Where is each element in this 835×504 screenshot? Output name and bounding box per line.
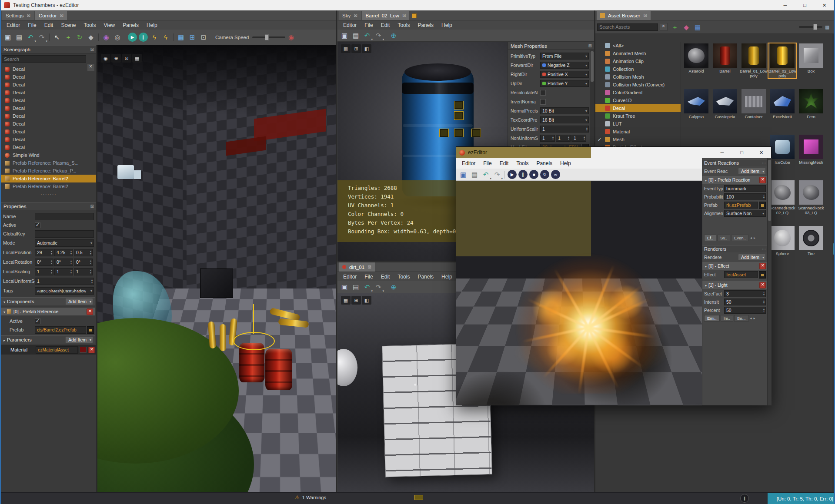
percent-spinbox[interactable]: 50 xyxy=(724,307,766,314)
restart-icon[interactable]: ↻ xyxy=(540,170,549,179)
camera-icon[interactable]: ◉ xyxy=(101,54,110,63)
undo-icon[interactable]: ↶▾ xyxy=(480,169,491,180)
gizmo-handle[interactable] xyxy=(439,129,449,137)
event-reaction-group-header[interactable]: [0] - Prefab Reaction xyxy=(702,176,768,184)
maximize-button[interactable]: □ xyxy=(795,0,815,10)
tab-scroll-left-icon[interactable]: ◂ xyxy=(750,316,752,320)
sizefact-spinbox[interactable]: 3 xyxy=(724,290,766,297)
menu-item-view[interactable]: View xyxy=(100,21,119,30)
selection-gizmo[interactable] xyxy=(233,332,275,350)
simulate-speed-icon[interactable]: ϟ xyxy=(160,32,171,43)
expand-icon[interactable] xyxy=(3,309,7,314)
slider-handle[interactable] xyxy=(813,24,817,30)
menu-item-help[interactable]: Help xyxy=(556,159,575,168)
particle-editor-window[interactable]: ezEditor ─ □ ✕ EditorFileEditToolsPanels… xyxy=(456,146,772,405)
scrollbar[interactable] xyxy=(590,50,594,157)
active-checkbox[interactable] xyxy=(35,222,40,228)
view-mode-icon[interactable]: ▦ xyxy=(341,44,351,53)
scenegraph-item[interactable]: Prefab Reference: Barrel2 xyxy=(1,182,97,190)
tab-scroll-left-icon[interactable]: ◂ xyxy=(750,236,752,240)
scenegraph-item[interactable]: Decal xyxy=(1,73,97,81)
menu-item-panels[interactable]: Panels xyxy=(119,21,143,30)
remove-event-reaction-button[interactable] xyxy=(759,177,766,183)
minimize-button[interactable]: ─ xyxy=(775,0,795,10)
localposition-x-spinbox[interactable]: 29 xyxy=(35,249,53,256)
menu-item-edit[interactable]: Edit xyxy=(377,21,394,30)
menu-item-help[interactable]: Help xyxy=(143,21,161,30)
close-tab-icon[interactable] xyxy=(354,13,357,18)
menu-item-file[interactable]: File xyxy=(361,21,377,30)
copy-icon[interactable]: ▤ xyxy=(13,32,25,43)
selection-gizmo-axis[interactable] xyxy=(253,304,254,334)
asset-thumbnail-excelsiorii[interactable]: ExcelsiorII xyxy=(768,89,796,119)
asset-thumbnail-calypso[interactable]: Calypso xyxy=(682,89,710,119)
normalprecis-dropdown[interactable]: 10 Bit xyxy=(540,107,589,114)
undo-icon[interactable]: ↶▾ xyxy=(361,30,373,41)
globalkey-input[interactable] xyxy=(35,230,94,238)
scenegraph-search-input[interactable]: Search xyxy=(2,55,86,63)
expand-icon[interactable] xyxy=(3,299,7,304)
pause-icon[interactable]: ∥ xyxy=(139,33,148,42)
menu-item-help[interactable]: Help xyxy=(438,21,456,30)
localscaling-y-spinbox[interactable]: 1 xyxy=(54,268,73,275)
grid-icon[interactable]: ▦ xyxy=(175,32,187,43)
effect-renderer-group-header[interactable]: [0] - Effect xyxy=(702,262,768,270)
menu-item-tools[interactable]: Tools xyxy=(394,272,414,281)
menu-item-panels[interactable]: Panels xyxy=(532,159,556,168)
nonuniforms-spinbox[interactable]: 1 xyxy=(571,135,586,142)
updir-dropdown[interactable]: Positive Y xyxy=(540,80,589,87)
menu-item-file[interactable]: File xyxy=(361,272,377,281)
close-tab-icon[interactable] xyxy=(402,13,406,18)
close-tab-icon[interactable] xyxy=(367,265,371,269)
menu-item-editor[interactable]: Editor xyxy=(458,159,479,168)
renderers-header[interactable]: Renderers xyxy=(702,245,768,252)
stop-icon[interactable]: ■ xyxy=(529,170,538,179)
localrotation-y-spinbox[interactable]: 0° xyxy=(54,259,73,266)
scenegraph-item[interactable]: Decal xyxy=(1,120,97,128)
menu-item-tools[interactable]: Tools xyxy=(394,21,414,30)
splitter[interactable] xyxy=(96,45,97,492)
screenshot-icon[interactable]: ◧ xyxy=(362,44,371,53)
asset-thumbnail-barrel-01-lowpoly[interactable]: Barrel_01_Lowpoly xyxy=(740,43,768,78)
localuniformscaling-spinbox[interactable]: 1 xyxy=(35,278,94,285)
gizmo-handle[interactable] xyxy=(471,129,481,137)
snap-pivot-icon[interactable]: ⊡ xyxy=(198,32,209,43)
remove-component-button[interactable] xyxy=(87,308,93,315)
texcoordpre-dropdown[interactable]: 16 Bit xyxy=(540,116,589,123)
menu-item-edit[interactable]: Edit xyxy=(40,21,57,30)
remove-renderer-button[interactable] xyxy=(759,263,766,269)
nonuniforms-spinbox[interactable]: 1 xyxy=(556,135,571,142)
collapse-icon[interactable] xyxy=(3,337,7,342)
scenegraph-item[interactable]: Prefab Reference: Barrel2 xyxy=(1,175,97,182)
capture-icon[interactable]: ◉ xyxy=(285,32,297,43)
asset-thumbnail-icecube[interactable]: IceCube xyxy=(768,135,796,165)
scenegraph-item[interactable]: Decal xyxy=(1,143,97,151)
scene-viewport[interactable]: ◉⊕⊡▦ xyxy=(97,45,336,492)
localscaling-z-spinbox[interactable]: 1 xyxy=(74,268,93,275)
menu-item-file[interactable]: File xyxy=(24,21,40,30)
localrotation-z-spinbox[interactable]: 0° xyxy=(74,259,93,266)
expand-icon[interactable] xyxy=(705,263,708,269)
scrollbar-thumb[interactable] xyxy=(833,243,835,255)
menu-item-file[interactable]: File xyxy=(479,159,495,168)
prefab-browse-button[interactable] xyxy=(87,326,94,334)
asset-type-filter-colorgradient[interactable]: ColorGradient xyxy=(595,89,681,96)
tag-filter-icon[interactable]: ◆ xyxy=(681,21,692,33)
panel-menu-icon[interactable] xyxy=(588,43,592,48)
properties-header[interactable]: Properties xyxy=(1,202,97,210)
nonuniforms-spinbox[interactable]: 1 xyxy=(540,135,555,142)
alignmen-dropdown[interactable]: Surface Non xyxy=(724,210,766,217)
tab-dirt-01[interactable]: dirt_01 xyxy=(339,262,375,272)
prefab-asset-field[interactable]: cts/Barrel2.ezPrefab xyxy=(35,326,86,334)
asset-type-filter-mesh[interactable]: ✓Mesh xyxy=(595,136,681,143)
menu-item-tools[interactable]: Tools xyxy=(512,159,532,168)
panel-tab-emi[interactable]: Emi.. xyxy=(704,315,720,322)
gizmo-handle[interactable] xyxy=(454,111,464,120)
scenegraph-item[interactable]: Decal xyxy=(1,112,97,120)
scenegraph-item[interactable]: Decal xyxy=(1,96,97,104)
particle-preview-viewport[interactable] xyxy=(456,181,702,405)
redo-icon[interactable]: ↷▾ xyxy=(491,169,503,180)
scenegraph-item[interactable]: Decal xyxy=(1,65,97,73)
tab-sky[interactable]: Sky xyxy=(339,11,361,20)
screenshot-icon[interactable]: ◧ xyxy=(362,296,371,305)
